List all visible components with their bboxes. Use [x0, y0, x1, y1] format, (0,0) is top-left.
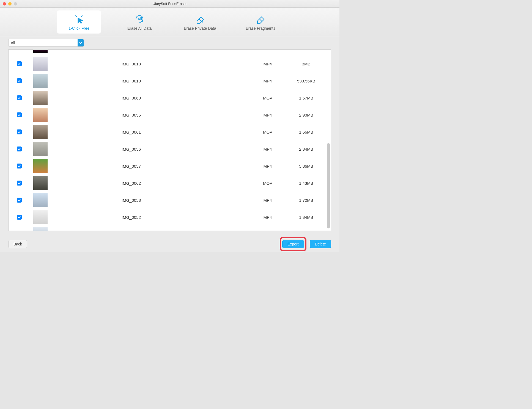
thumbnail — [33, 108, 48, 122]
file-name: IMG_0018 — [55, 62, 248, 66]
filter-bar: All — [0, 36, 339, 49]
thumbnail — [33, 193, 48, 207]
thumbnail — [33, 125, 48, 139]
thumbnail — [33, 91, 48, 105]
table-row[interactable]: IMG_0057 MP4 5.86MB — [9, 157, 331, 175]
thumbnail — [33, 74, 48, 88]
file-name: IMG_0061 — [55, 130, 248, 134]
row-checkbox[interactable] — [17, 181, 22, 186]
row-checkbox[interactable] — [17, 95, 22, 100]
file-name: IMG_0057 — [55, 164, 248, 168]
table-row[interactable]: IMG_0053 MP4 1.72MB — [9, 192, 331, 209]
thumbnail — [33, 176, 48, 190]
file-type: MP4 — [248, 113, 287, 117]
svg-line-2 — [81, 15, 83, 17]
file-size: 1.43MB — [287, 181, 325, 186]
thumbnail — [33, 142, 48, 156]
tab-1click-free[interactable]: 1-Click Free — [57, 10, 101, 34]
footer: Back Export Delete — [0, 236, 339, 252]
scrollbar[interactable] — [327, 143, 330, 228]
filter-dropdown[interactable]: All — [8, 39, 84, 47]
row-checkbox[interactable] — [17, 112, 22, 117]
file-type: MP4 — [248, 215, 287, 220]
table-row[interactable]: IMG_0061 MOV 1.66MB — [9, 123, 331, 140]
file-name: IMG_0055 — [55, 113, 248, 117]
thumbnail — [33, 57, 48, 71]
maximize-window-button — [14, 2, 17, 5]
file-type: MP4 — [248, 198, 287, 203]
tab-erase-all-data[interactable]: All Erase All Data — [117, 10, 161, 34]
table-row[interactable]: IMG_0060 MOV 1.57MB — [9, 89, 331, 106]
file-size: 5.86MB — [287, 164, 325, 168]
file-type: MP4 — [248, 147, 287, 151]
table-row[interactable]: IMG_0019 MP4 530.56KB — [9, 72, 331, 89]
titlebar: UkeySoft FoneEraser — [0, 0, 339, 8]
file-size: 3MB — [287, 62, 325, 66]
svg-line-7 — [199, 19, 201, 21]
row-checkbox[interactable] — [17, 78, 22, 83]
thumbnail — [33, 159, 48, 173]
file-name: IMG_0056 — [55, 147, 248, 151]
svg-line-1 — [75, 15, 77, 17]
minimize-window-button[interactable] — [8, 2, 12, 5]
export-highlight: Export — [280, 237, 306, 251]
back-button[interactable]: Back — [8, 240, 27, 248]
svg-line-9 — [259, 19, 262, 21]
file-type: MP4 — [248, 164, 287, 168]
eraser-private-icon — [194, 13, 205, 24]
row-checkbox[interactable] — [17, 129, 22, 134]
file-name: IMG_0062 — [55, 181, 248, 186]
file-name: IMG_0019 — [55, 79, 248, 83]
table-row[interactable]: IMG_0052 MP4 1.84MB — [9, 209, 331, 226]
file-table: IMG_0018 MP4 3MB IMG_0019 MP4 530.56KB I… — [8, 49, 331, 231]
file-size: 1.72MB — [287, 198, 325, 203]
table-row[interactable]: IMG_0051 MP4 1MB — [9, 226, 331, 231]
file-size: 1.84MB — [287, 215, 325, 220]
file-type: MOV — [248, 181, 287, 186]
tab-header: 1-Click Free All Erase All Data Erase Pr… — [0, 8, 339, 36]
row-checkbox[interactable] — [17, 147, 22, 151]
table-row[interactable]: IMG_0062 MOV 1.43MB — [9, 175, 331, 192]
tab-label: Erase Fragments — [246, 26, 275, 31]
content-area: IMG_0018 MP4 3MB IMG_0019 MP4 530.56KB I… — [0, 49, 339, 236]
file-name: IMG_0052 — [55, 215, 248, 220]
thumbnail — [33, 227, 48, 231]
file-type: MOV — [248, 130, 287, 134]
eraser-fragments-icon — [255, 13, 266, 24]
filter-selected-value: All — [9, 41, 78, 45]
file-size: 530.56KB — [287, 79, 325, 83]
table-row[interactable]: IMG_0056 MP4 2.34MB — [9, 140, 331, 157]
svg-point-6 — [141, 21, 142, 22]
file-size: 1.66MB — [287, 130, 325, 134]
thumbnail — [33, 210, 48, 224]
tab-erase-private-data[interactable]: Erase Private Data — [178, 10, 222, 34]
export-button[interactable]: Export — [282, 240, 304, 248]
svg-point-8 — [202, 21, 203, 23]
delete-button[interactable]: Delete — [310, 240, 331, 248]
tab-label: Erase All Data — [127, 26, 152, 31]
file-type: MP4 — [248, 62, 287, 66]
click-icon — [73, 13, 84, 24]
row-checkbox[interactable] — [17, 164, 22, 168]
thumbnail — [33, 50, 48, 53]
table-row[interactable]: IMG_0018 MP4 3MB — [9, 55, 331, 72]
erase-all-icon: All — [134, 13, 145, 24]
tab-label: Erase Private Data — [184, 26, 216, 31]
row-checkbox[interactable] — [17, 215, 22, 220]
file-size: 2.90MB — [287, 113, 325, 117]
svg-text:All: All — [138, 16, 142, 21]
file-type: MOV — [248, 96, 287, 100]
chevron-down-icon — [78, 39, 84, 46]
file-name: IMG_0060 — [55, 96, 248, 100]
tab-label: 1-Click Free — [68, 26, 89, 31]
tab-erase-fragments[interactable]: Erase Fragments — [238, 10, 283, 34]
window-title: UkeySoft FoneEraser — [153, 2, 187, 6]
row-checkbox[interactable] — [17, 198, 22, 203]
file-type: MP4 — [248, 79, 287, 83]
row-checkbox[interactable] — [17, 61, 22, 66]
table-row[interactable]: IMG_0055 MP4 2.90MB — [9, 106, 331, 123]
window-controls — [3, 2, 17, 5]
close-window-button[interactable] — [3, 2, 6, 5]
table-row[interactable] — [9, 50, 331, 55]
file-size: 1.57MB — [287, 96, 325, 100]
